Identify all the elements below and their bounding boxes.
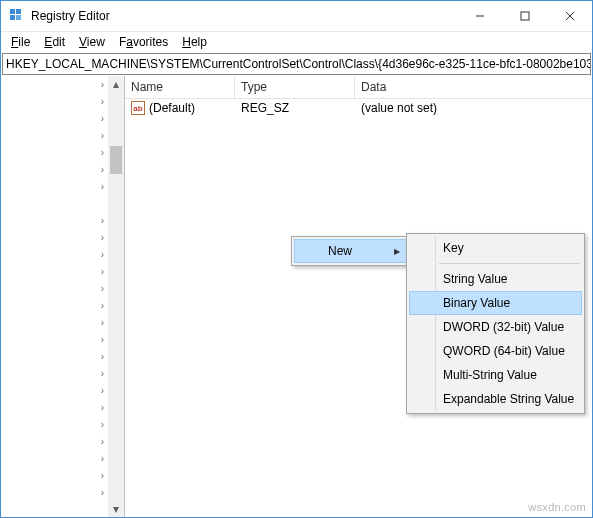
col-type[interactable]: Type: [235, 76, 355, 98]
tree-node[interactable]: ›: [1, 399, 108, 416]
list-header: Name Type Data: [125, 76, 592, 99]
tree-node[interactable]: ›: [1, 280, 108, 297]
minimize-button[interactable]: [457, 2, 502, 31]
tree-node[interactable]: ›: [1, 433, 108, 450]
tree-node[interactable]: ›: [1, 161, 108, 178]
value-name: (Default): [149, 101, 195, 115]
svg-rect-2: [10, 15, 15, 20]
scroll-up-icon[interactable]: ▴: [108, 76, 124, 92]
window-title: Registry Editor: [31, 9, 457, 23]
tree-node[interactable]: ›: [1, 93, 108, 110]
submenu-arrow-icon: ▶: [394, 247, 400, 256]
tree-node[interactable]: ›: [1, 76, 108, 93]
submenu-item-dword[interactable]: DWORD (32-bit) Value: [409, 315, 582, 339]
watermark: wsxdn.com: [528, 501, 586, 513]
submenu-label: DWORD (32-bit) Value: [443, 320, 564, 334]
submenu-label: QWORD (64-bit) Value: [443, 344, 565, 358]
menu-favorites[interactable]: Favorites: [113, 34, 174, 50]
scroll-thumb[interactable]: [110, 146, 122, 174]
scroll-down-icon[interactable]: ▾: [108, 501, 124, 517]
tree-node[interactable]: ›: [1, 314, 108, 331]
titlebar: Registry Editor: [1, 1, 592, 32]
list-row[interactable]: ab (Default) REG_SZ (value not set): [125, 99, 592, 117]
tree-node[interactable]: ›: [1, 127, 108, 144]
col-name[interactable]: Name: [125, 76, 235, 98]
value-type: REG_SZ: [235, 101, 355, 115]
menu-help[interactable]: Help: [176, 34, 213, 50]
tree-node[interactable]: ›: [1, 110, 108, 127]
value-data: (value not set): [355, 101, 592, 115]
tree-pane: › › › › › › › › › › › › › › › › › › › ›: [1, 76, 125, 517]
menu-item-label: New: [328, 244, 352, 258]
col-data[interactable]: Data: [355, 76, 592, 98]
tree-node[interactable]: ›: [1, 450, 108, 467]
tree-node[interactable]: ›: [1, 297, 108, 314]
tree-node[interactable]: ›: [1, 144, 108, 161]
string-value-icon: ab: [131, 101, 145, 115]
tree-node[interactable]: ›: [1, 178, 108, 195]
tree-node[interactable]: ›: [1, 416, 108, 433]
submenu-item-binary[interactable]: Binary Value: [409, 291, 582, 315]
svg-rect-0: [10, 9, 15, 14]
submenu: Key String Value Binary Value DWORD (32-…: [406, 233, 585, 414]
tree-scrollbar[interactable]: ▴ ▾: [108, 76, 124, 517]
tree-node[interactable]: ›: [1, 484, 108, 501]
submenu-label: Key: [443, 241, 464, 255]
svg-rect-3: [16, 15, 21, 20]
svg-rect-5: [521, 12, 529, 20]
tree-node[interactable]: ›: [1, 246, 108, 263]
window-frame: Registry Editor File Edit View Favorites…: [0, 0, 593, 518]
maximize-button[interactable]: [502, 2, 547, 31]
tree-node[interactable]: ›: [1, 348, 108, 365]
close-button[interactable]: [547, 2, 592, 31]
menu-edit[interactable]: Edit: [38, 34, 71, 50]
tree-node[interactable]: ›: [1, 467, 108, 484]
tree-node[interactable]: [1, 195, 108, 212]
svg-rect-1: [16, 9, 21, 14]
tree-node[interactable]: ›: [1, 382, 108, 399]
submenu-label: Multi-String Value: [443, 368, 537, 382]
tree-inner[interactable]: › › › › › › › › › › › › › › › › › › › ›: [1, 76, 108, 517]
submenu-item-string[interactable]: String Value: [409, 267, 582, 291]
submenu-label: Binary Value: [443, 296, 510, 310]
submenu-item-expandable[interactable]: Expandable String Value: [409, 387, 582, 411]
tree-node[interactable]: ›: [1, 365, 108, 382]
menu-file[interactable]: File: [5, 34, 36, 50]
tree-node[interactable]: ›: [1, 331, 108, 348]
app-icon: [9, 8, 25, 24]
content-area: › › › › › › › › › › › › › › › › › › › ›: [1, 76, 592, 517]
submenu-item-multistring[interactable]: Multi-String Value: [409, 363, 582, 387]
list-pane: Name Type Data ab (Default) REG_SZ (valu…: [125, 76, 592, 517]
submenu-item-qword[interactable]: QWORD (64-bit) Value: [409, 339, 582, 363]
address-path: HKEY_LOCAL_MACHINE\SYSTEM\CurrentControl…: [6, 57, 591, 71]
submenu-label: Expandable String Value: [443, 392, 574, 406]
tree-node[interactable]: ›: [1, 263, 108, 280]
tree-node[interactable]: ›: [1, 229, 108, 246]
address-bar[interactable]: HKEY_LOCAL_MACHINE\SYSTEM\CurrentControl…: [2, 53, 591, 75]
menu-view[interactable]: View: [73, 34, 111, 50]
context-menu: New ▶: [291, 236, 410, 266]
menu-item-new[interactable]: New ▶: [294, 239, 407, 263]
submenu-label: String Value: [443, 272, 507, 286]
tree-node[interactable]: ›: [1, 212, 108, 229]
menu-separator: [439, 263, 580, 264]
menubar: File Edit View Favorites Help: [1, 32, 592, 52]
submenu-item-key[interactable]: Key: [409, 236, 582, 260]
